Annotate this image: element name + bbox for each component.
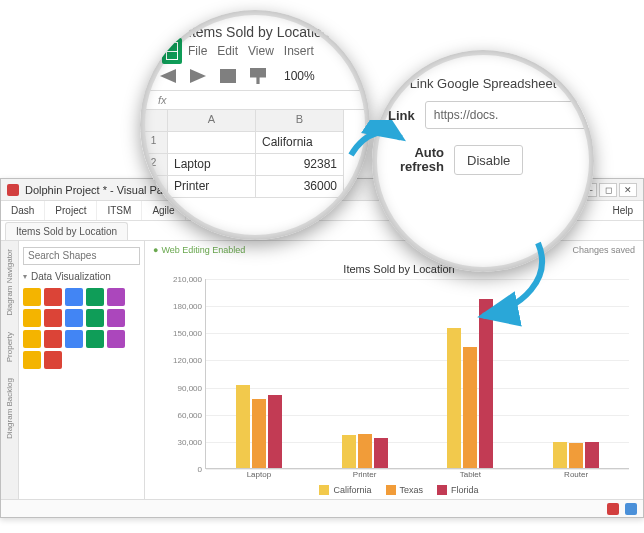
bar[interactable] <box>252 399 266 468</box>
close-button[interactable]: ✕ <box>619 183 637 197</box>
shapes-section-header[interactable]: Data Visualization <box>23 269 140 284</box>
row-header[interactable]: 1 <box>140 132 168 154</box>
col-header[interactable]: A <box>168 110 256 132</box>
shape-item[interactable] <box>86 309 104 327</box>
bar[interactable] <box>569 443 583 468</box>
shape-item[interactable] <box>86 330 104 348</box>
zoom-dropdown[interactable]: 100% <box>284 69 315 83</box>
dialog-title: Link Google Spreadsheet <box>372 76 594 91</box>
bar[interactable] <box>553 442 567 468</box>
shape-item[interactable] <box>107 309 125 327</box>
formula-bar[interactable]: fx <box>140 90 370 110</box>
menu-item[interactable]: ITSM <box>97 201 142 220</box>
cell[interactable]: Laptop <box>168 154 256 176</box>
undo-icon[interactable] <box>160 69 176 83</box>
paint-format-icon[interactable] <box>250 68 266 84</box>
bar[interactable] <box>358 434 372 468</box>
bar[interactable] <box>479 299 493 468</box>
sheets-menu-item[interactable]: Insert <box>284 44 314 58</box>
sheets-menu-item[interactable]: Edit <box>217 44 238 58</box>
status-icon[interactable] <box>625 503 637 515</box>
legend-item[interactable]: Florida <box>437 485 479 495</box>
shape-item[interactable] <box>107 288 125 306</box>
bar[interactable] <box>585 442 599 468</box>
cell[interactable]: Printer <box>168 176 256 198</box>
siderail-tab[interactable]: Property <box>5 332 14 362</box>
chart-legend: CaliforniaTexasFlorida <box>165 485 633 495</box>
cell[interactable]: 36000 <box>256 176 344 198</box>
bar[interactable] <box>342 435 356 468</box>
x-tick-label: Router <box>546 470 606 479</box>
y-tick-label: 0 <box>166 465 202 474</box>
shape-item[interactable] <box>23 309 41 327</box>
sheets-magnifier: Items Sold by Location File Edit View In… <box>140 10 370 240</box>
x-tick-label: Laptop <box>229 470 289 479</box>
shape-item[interactable] <box>23 351 41 369</box>
y-tick-label: 210,000 <box>166 275 202 284</box>
shape-item[interactable] <box>86 288 104 306</box>
chart-title: Items Sold by Location <box>165 263 633 275</box>
menu-item[interactable]: Help <box>602 201 643 220</box>
vp-logo-icon <box>7 184 19 196</box>
siderail-tab[interactable]: Diagram Navigator <box>5 249 14 316</box>
shape-item[interactable] <box>44 330 62 348</box>
y-tick-label: 150,000 <box>166 329 202 338</box>
x-tick-label: Printer <box>335 470 395 479</box>
save-status: Changes saved <box>572 245 635 255</box>
shape-item[interactable] <box>65 309 83 327</box>
y-tick-label: 90,000 <box>166 383 202 392</box>
y-tick-label: 180,000 <box>166 302 202 311</box>
shape-item[interactable] <box>44 351 62 369</box>
print-icon[interactable] <box>220 69 236 83</box>
bar[interactable] <box>268 395 282 468</box>
link-dialog-magnifier: Link Google Spreadsheet Link Auto refres… <box>372 50 594 272</box>
menu-item[interactable]: Project <box>45 201 97 220</box>
cell[interactable]: California <box>256 132 344 154</box>
tab-active[interactable]: Items Sold by Location <box>5 222 128 240</box>
bar-group: Router <box>546 442 606 468</box>
sheets-cells[interactable]: A B 1 California 2 Laptop 92381 3 Printe… <box>140 110 370 198</box>
legend-item[interactable]: Texas <box>386 485 424 495</box>
shape-item[interactable] <box>107 330 125 348</box>
col-header[interactable]: B <box>256 110 344 132</box>
corner-cell[interactable] <box>140 110 168 132</box>
chart-widget[interactable]: Items Sold by Location 030,00060,00090,0… <box>165 263 633 507</box>
redo-icon[interactable] <box>190 69 206 83</box>
bar-group: Tablet <box>440 299 500 468</box>
search-shapes-input[interactable] <box>23 247 140 265</box>
cell[interactable] <box>168 132 256 154</box>
bar[interactable] <box>447 328 461 468</box>
sheets-menu-item[interactable]: File <box>188 44 207 58</box>
shape-item[interactable] <box>65 330 83 348</box>
vp-diagram-canvas[interactable]: Web Editing Enabled Changes saved Items … <box>145 241 643 517</box>
y-tick-label: 30,000 <box>166 437 202 446</box>
cell[interactable]: 92381 <box>256 154 344 176</box>
shapes-grid <box>23 288 140 369</box>
y-tick-label: 120,000 <box>166 356 202 365</box>
legend-item[interactable]: California <box>319 485 371 495</box>
shape-item[interactable] <box>23 288 41 306</box>
x-tick-label: Tablet <box>440 470 500 479</box>
web-editing-indicator: Web Editing Enabled <box>153 245 245 255</box>
y-tick-label: 60,000 <box>166 410 202 419</box>
bar[interactable] <box>463 347 477 468</box>
maximize-button[interactable]: ◻ <box>599 183 617 197</box>
shape-item[interactable] <box>44 309 62 327</box>
vp-statusbar <box>1 499 643 517</box>
shape-item[interactable] <box>23 330 41 348</box>
bar[interactable] <box>374 438 388 468</box>
status-icon[interactable] <box>607 503 619 515</box>
siderail-tab[interactable]: Diagram Backlog <box>5 378 14 439</box>
sheets-doc-title[interactable]: Items Sold by Location <box>188 24 370 40</box>
sheets-menu-item[interactable]: View <box>248 44 274 58</box>
vp-shapes-panel: Data Visualization <box>19 241 145 517</box>
bar[interactable] <box>236 385 250 468</box>
row-header[interactable]: 2 <box>140 154 168 176</box>
bar-group: Laptop <box>229 385 289 468</box>
shape-item[interactable] <box>44 288 62 306</box>
shape-item[interactable] <box>65 288 83 306</box>
link-url-input[interactable] <box>425 101 593 129</box>
auto-refresh-toggle[interactable]: Disable <box>454 145 523 175</box>
chart-plot-area: 030,00060,00090,000120,000150,000180,000… <box>205 279 629 469</box>
menu-item[interactable]: Dash <box>1 201 45 220</box>
